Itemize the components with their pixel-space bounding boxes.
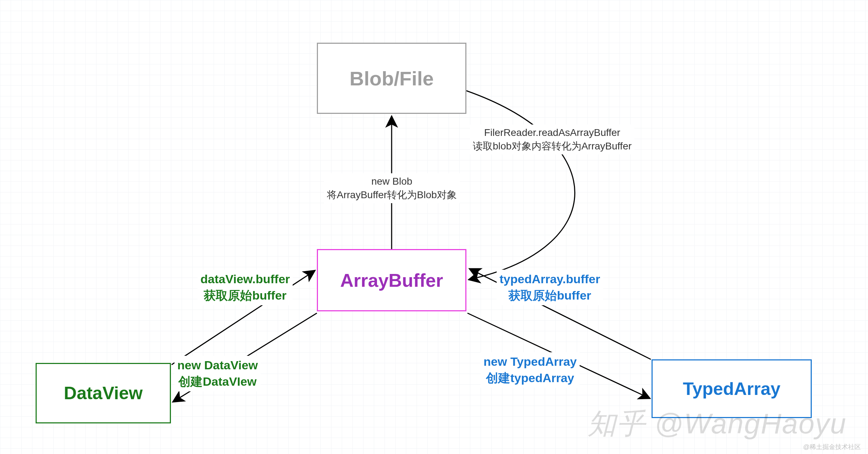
node-dataview: DataView bbox=[36, 363, 171, 423]
label-buffer-to-blob: new Blob 将ArrayBuffer转化为Blob对象 bbox=[324, 173, 460, 203]
node-arraybuffer: ArrayBuffer bbox=[317, 249, 466, 311]
node-label: Blob/File bbox=[350, 67, 434, 90]
edge-text-line1: new TypedArray bbox=[483, 354, 577, 370]
edge-text-line2: 获取原始buffer bbox=[500, 287, 600, 304]
watermark-text: 知乎 @WangHaoyu bbox=[587, 405, 847, 443]
node-label: ArrayBuffer bbox=[340, 270, 443, 291]
label-blob-to-buffer: FilerReader.readAsArrayBuffer 读取blob对象内容… bbox=[470, 125, 634, 154]
label-typedarray-to-buffer: typedArray.buffer 获取原始buffer bbox=[497, 270, 603, 305]
node-label: TypedArray bbox=[683, 379, 780, 399]
node-blob-file: Blob/File bbox=[317, 43, 466, 114]
edge-text-line2: 读取blob对象内容转化为ArrayBuffer bbox=[473, 139, 632, 153]
label-dataview-to-buffer: dataView.buffer 获取原始buffer bbox=[198, 270, 293, 305]
edge-text-line2: 获取原始buffer bbox=[200, 287, 290, 304]
edge-text-line1: new DataView bbox=[177, 357, 258, 374]
node-label: DataView bbox=[64, 383, 142, 403]
label-buffer-to-dataview: new DataView 创建DataVIew bbox=[174, 356, 261, 391]
edge-text-line1: new Blob bbox=[327, 175, 457, 188]
edge-text-line2: 创建DataVIew bbox=[177, 374, 258, 390]
edge-text-line2: 将ArrayBuffer转化为Blob对象 bbox=[327, 188, 457, 202]
watermark-small-text: @稀土掘金技术社区 bbox=[803, 443, 861, 451]
edge-text-line1: dataView.buffer bbox=[200, 271, 290, 287]
edge-text-line1: FilerReader.readAsArrayBuffer bbox=[473, 126, 632, 139]
label-buffer-to-typedarray: new TypedArray 创建typedArray bbox=[481, 352, 580, 388]
edge-text-line1: typedArray.buffer bbox=[500, 271, 600, 287]
edge-text-line2: 创建typedArray bbox=[483, 370, 577, 386]
